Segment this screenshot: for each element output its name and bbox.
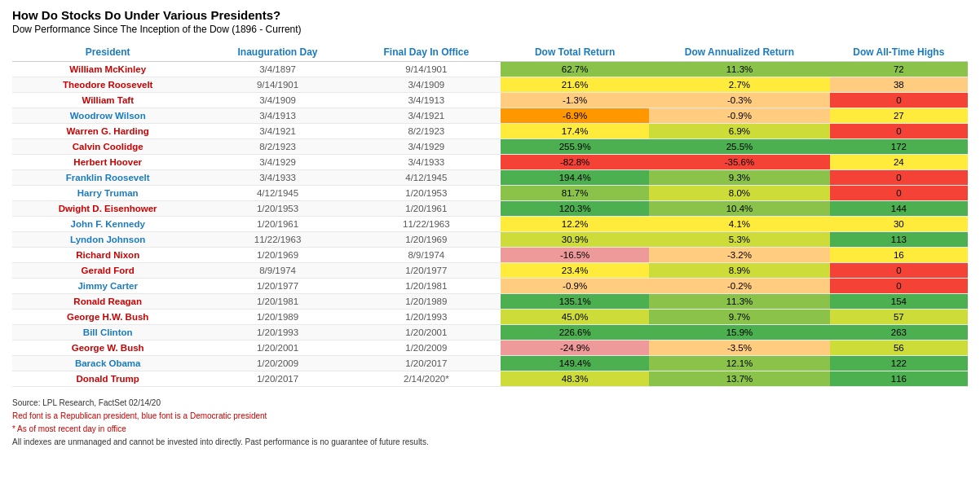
inaug-date: 1/20/2017 bbox=[203, 371, 351, 387]
all-time-highs: 56 bbox=[830, 340, 968, 356]
final-date: 2/14/2020* bbox=[352, 371, 501, 387]
table-row: Jimmy Carter 1/20/1977 1/20/1981 -0.9% -… bbox=[12, 279, 968, 294]
total-return: -24.9% bbox=[501, 340, 649, 356]
table-row: Dwight D. Eisenhower 1/20/1953 1/20/1961… bbox=[12, 201, 968, 217]
header-highs: Dow All-Time Highs bbox=[830, 43, 968, 62]
final-date: 1/20/1989 bbox=[352, 294, 501, 310]
annualized-return: 6.9% bbox=[649, 124, 829, 139]
all-time-highs: 0 bbox=[830, 279, 968, 294]
annualized-return: 25.5% bbox=[649, 139, 829, 155]
inaug-date: 1/20/2009 bbox=[203, 356, 351, 371]
president-name: William Taft bbox=[12, 93, 203, 108]
all-time-highs: 57 bbox=[830, 310, 968, 325]
president-name: Barack Obama bbox=[12, 356, 203, 371]
annualized-return: 13.7% bbox=[649, 371, 829, 387]
inaug-date: 1/20/1969 bbox=[203, 248, 351, 263]
total-return: 81.7% bbox=[501, 186, 649, 201]
inaug-date: 3/4/1897 bbox=[203, 62, 351, 77]
table-row: John F. Kennedy 1/20/1961 11/22/1963 12.… bbox=[12, 217, 968, 232]
total-return: -1.3% bbox=[501, 93, 649, 108]
final-date: 1/20/1969 bbox=[352, 232, 501, 248]
total-return: 226.6% bbox=[501, 325, 649, 340]
all-time-highs: 0 bbox=[830, 170, 968, 186]
table-row: Franklin Roosevelt 3/4/1933 4/12/1945 19… bbox=[12, 170, 968, 186]
all-time-highs: 263 bbox=[830, 325, 968, 340]
president-name: Bill Clinton bbox=[12, 325, 203, 340]
sub-title: Dow Performance Since The Inception of t… bbox=[12, 24, 968, 35]
all-time-highs: 113 bbox=[830, 232, 968, 248]
president-name: Harry Truman bbox=[12, 186, 203, 201]
final-date: 1/20/1981 bbox=[352, 279, 501, 294]
all-time-highs: 38 bbox=[830, 77, 968, 93]
president-name: Lyndon Johnson bbox=[12, 232, 203, 248]
table-row: William Taft 3/4/1909 3/4/1913 -1.3% -0.… bbox=[12, 93, 968, 108]
president-name: Jimmy Carter bbox=[12, 279, 203, 294]
president-name: William McKinley bbox=[12, 62, 203, 77]
footer-source: Source: LPL Research, FactSet 02/14/20 bbox=[12, 397, 968, 410]
inaug-date: 1/20/1981 bbox=[203, 294, 351, 310]
total-return: 135.1% bbox=[501, 294, 649, 310]
table-row: Harry Truman 4/12/1945 1/20/1953 81.7% 8… bbox=[12, 186, 968, 201]
final-date: 3/4/1933 bbox=[352, 155, 501, 170]
inaug-date: 1/20/1989 bbox=[203, 310, 351, 325]
final-date: 8/9/1974 bbox=[352, 248, 501, 263]
total-return: 48.3% bbox=[501, 371, 649, 387]
annualized-return: -3.5% bbox=[649, 340, 829, 356]
table-row: William McKinley 3/4/1897 9/14/1901 62.7… bbox=[12, 62, 968, 77]
final-date: 1/20/2009 bbox=[352, 340, 501, 356]
all-time-highs: 144 bbox=[830, 201, 968, 217]
final-date: 3/4/1913 bbox=[352, 93, 501, 108]
final-date: 9/14/1901 bbox=[352, 62, 501, 77]
annualized-return: 5.3% bbox=[649, 232, 829, 248]
inaug-date: 11/22/1963 bbox=[203, 232, 351, 248]
all-time-highs: 172 bbox=[830, 139, 968, 155]
all-time-highs: 122 bbox=[830, 356, 968, 371]
total-return: 149.4% bbox=[501, 356, 649, 371]
total-return: -6.9% bbox=[501, 108, 649, 124]
annualized-return: 8.0% bbox=[649, 186, 829, 201]
total-return: -82.8% bbox=[501, 155, 649, 170]
total-return: 62.7% bbox=[501, 62, 649, 77]
table-row: Barack Obama 1/20/2009 1/20/2017 149.4% … bbox=[12, 356, 968, 371]
footer-disclaimer: All indexes are unmanaged and cannot be … bbox=[12, 436, 968, 449]
total-return: 194.4% bbox=[501, 170, 649, 186]
table-row: Warren G. Harding 3/4/1921 8/2/1923 17.4… bbox=[12, 124, 968, 139]
header-president: President bbox=[12, 43, 203, 62]
header-total: Dow Total Return bbox=[501, 43, 649, 62]
president-name: Warren G. Harding bbox=[12, 124, 203, 139]
inaug-date: 3/4/1913 bbox=[203, 108, 351, 124]
header-annualized: Dow Annualized Return bbox=[649, 43, 829, 62]
inaug-date: 3/4/1909 bbox=[203, 93, 351, 108]
annualized-return: 11.3% bbox=[649, 294, 829, 310]
annualized-return: 9.3% bbox=[649, 170, 829, 186]
inaug-date: 3/4/1929 bbox=[203, 155, 351, 170]
table-row: Donald Trump 1/20/2017 2/14/2020* 48.3% … bbox=[12, 371, 968, 387]
final-date: 4/12/1945 bbox=[352, 170, 501, 186]
footer-note2: * As of most recent day in office bbox=[12, 423, 968, 436]
inaug-date: 8/2/1923 bbox=[203, 139, 351, 155]
footer-note1-text: Red font is a Republican president, blue… bbox=[12, 411, 267, 420]
table-row: Bill Clinton 1/20/1993 1/20/2001 226.6% … bbox=[12, 325, 968, 340]
inaug-date: 8/9/1974 bbox=[203, 263, 351, 279]
president-name: Woodrow Wilson bbox=[12, 108, 203, 124]
all-time-highs: 27 bbox=[830, 108, 968, 124]
president-name: Richard Nixon bbox=[12, 248, 203, 263]
annualized-return: -0.2% bbox=[649, 279, 829, 294]
annualized-return: 12.1% bbox=[649, 356, 829, 371]
all-time-highs: 0 bbox=[830, 263, 968, 279]
inaug-date: 1/20/1977 bbox=[203, 279, 351, 294]
total-return: 45.0% bbox=[501, 310, 649, 325]
annualized-return: 9.7% bbox=[649, 310, 829, 325]
inaug-date: 1/20/1961 bbox=[203, 217, 351, 232]
final-date: 3/4/1929 bbox=[352, 139, 501, 155]
footer-note2-text: * As of most recent day in office bbox=[12, 424, 126, 433]
all-time-highs: 16 bbox=[830, 248, 968, 263]
footer: Source: LPL Research, FactSet 02/14/20 R… bbox=[12, 397, 968, 449]
table-row: Herbert Hoover 3/4/1929 3/4/1933 -82.8% … bbox=[12, 155, 968, 170]
presidents-table: President Inauguration Day Final Day In … bbox=[12, 43, 968, 387]
inaug-date: 3/4/1921 bbox=[203, 124, 351, 139]
all-time-highs: 154 bbox=[830, 294, 968, 310]
final-date: 8/2/1923 bbox=[352, 124, 501, 139]
all-time-highs: 72 bbox=[830, 62, 968, 77]
president-name: George W. Bush bbox=[12, 340, 203, 356]
